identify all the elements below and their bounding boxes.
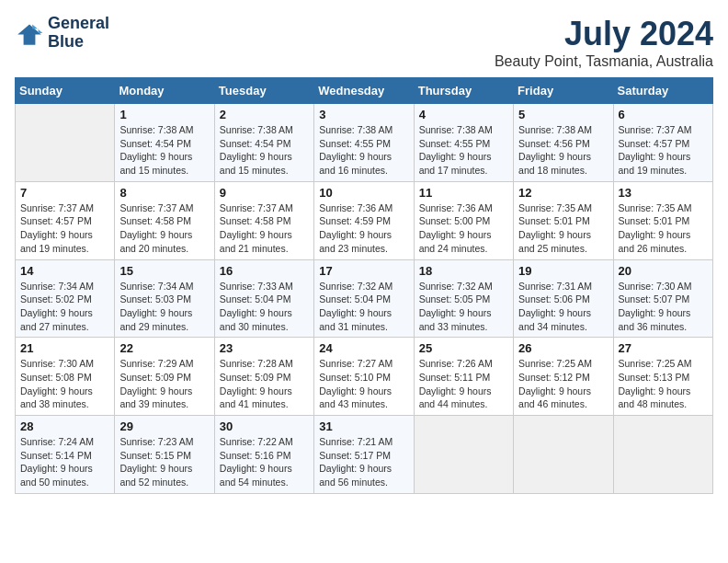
calendar-cell: 12Sunrise: 7:35 AM Sunset: 5:01 PM Dayli… bbox=[514, 181, 613, 259]
calendar-cell: 20Sunrise: 7:30 AM Sunset: 5:07 PM Dayli… bbox=[613, 259, 712, 338]
day-detail: Sunrise: 7:30 AM Sunset: 5:08 PM Dayligh… bbox=[20, 357, 109, 411]
day-detail: Sunrise: 7:34 AM Sunset: 5:02 PM Dayligh… bbox=[20, 280, 109, 334]
day-detail: Sunrise: 7:35 AM Sunset: 5:01 PM Dayligh… bbox=[619, 201, 708, 256]
logo-icon bbox=[15, 18, 44, 48]
day-detail: Sunrise: 7:38 AM Sunset: 4:55 PM Dayligh… bbox=[319, 123, 408, 178]
week-row-2: 7Sunrise: 7:37 AM Sunset: 4:57 PM Daylig… bbox=[16, 181, 713, 259]
day-detail: Sunrise: 7:38 AM Sunset: 4:56 PM Dayligh… bbox=[518, 123, 608, 178]
calendar-cell: 2Sunrise: 7:38 AM Sunset: 4:54 PM Daylig… bbox=[214, 104, 313, 182]
header-tuesday: Tuesday bbox=[214, 78, 313, 104]
calendar-cell: 1Sunrise: 7:38 AM Sunset: 4:54 PM Daylig… bbox=[115, 104, 214, 182]
calendar-cell: 21Sunrise: 7:30 AM Sunset: 5:08 PM Dayli… bbox=[16, 338, 115, 416]
page-subtitle: Beauty Point, Tasmania, Australia bbox=[495, 53, 713, 70]
calendar-cell: 24Sunrise: 7:27 AM Sunset: 5:10 PM Dayli… bbox=[314, 338, 414, 416]
day-number: 4 bbox=[419, 108, 508, 121]
calendar-cell: 27Sunrise: 7:25 AM Sunset: 5:13 PM Dayli… bbox=[613, 338, 712, 416]
day-detail: Sunrise: 7:37 AM Sunset: 4:57 PM Dayligh… bbox=[20, 201, 109, 256]
day-detail: Sunrise: 7:24 AM Sunset: 5:14 PM Dayligh… bbox=[20, 435, 109, 489]
calendar-cell: 3Sunrise: 7:38 AM Sunset: 4:55 PM Daylig… bbox=[314, 104, 414, 182]
calendar-cell: 15Sunrise: 7:34 AM Sunset: 5:03 PM Dayli… bbox=[115, 259, 214, 338]
day-number: 18 bbox=[419, 264, 508, 278]
day-number: 1 bbox=[119, 108, 209, 121]
header-monday: Monday bbox=[115, 78, 214, 104]
calendar-cell: 29Sunrise: 7:23 AM Sunset: 5:15 PM Dayli… bbox=[115, 416, 214, 494]
calendar-cell: 30Sunrise: 7:22 AM Sunset: 5:16 PM Dayli… bbox=[214, 416, 313, 494]
header-wednesday: Wednesday bbox=[314, 78, 414, 104]
day-number: 11 bbox=[419, 186, 508, 200]
calendar-cell bbox=[414, 416, 513, 494]
day-detail: Sunrise: 7:32 AM Sunset: 5:04 PM Dayligh… bbox=[319, 280, 408, 334]
day-detail: Sunrise: 7:37 AM Sunset: 4:58 PM Dayligh… bbox=[220, 201, 309, 256]
day-number: 26 bbox=[518, 341, 608, 355]
week-row-1: 1Sunrise: 7:38 AM Sunset: 4:54 PM Daylig… bbox=[16, 104, 713, 182]
calendar-table: SundayMondayTuesdayWednesdayThursdayFrid… bbox=[15, 77, 713, 494]
day-number: 27 bbox=[619, 341, 708, 355]
day-number: 2 bbox=[220, 108, 309, 121]
header-saturday: Saturday bbox=[613, 78, 712, 104]
calendar-body: 1Sunrise: 7:38 AM Sunset: 4:54 PM Daylig… bbox=[16, 104, 713, 494]
day-detail: Sunrise: 7:30 AM Sunset: 5:07 PM Dayligh… bbox=[619, 280, 708, 334]
day-detail: Sunrise: 7:27 AM Sunset: 5:10 PM Dayligh… bbox=[319, 357, 408, 411]
day-number: 14 bbox=[20, 264, 109, 278]
title-section: July 2024 Beauty Point, Tasmania, Austra… bbox=[495, 15, 713, 70]
logo-text: General Blue bbox=[48, 15, 109, 52]
week-row-4: 21Sunrise: 7:30 AM Sunset: 5:08 PM Dayli… bbox=[16, 338, 713, 416]
day-number: 20 bbox=[619, 264, 708, 278]
calendar-cell: 16Sunrise: 7:33 AM Sunset: 5:04 PM Dayli… bbox=[214, 259, 313, 338]
calendar-cell: 18Sunrise: 7:32 AM Sunset: 5:05 PM Dayli… bbox=[414, 259, 513, 338]
day-number: 15 bbox=[119, 264, 209, 278]
day-detail: Sunrise: 7:25 AM Sunset: 5:12 PM Dayligh… bbox=[518, 357, 608, 411]
header-friday: Friday bbox=[514, 78, 613, 104]
calendar-cell: 10Sunrise: 7:36 AM Sunset: 4:59 PM Dayli… bbox=[314, 181, 414, 259]
calendar-cell: 11Sunrise: 7:36 AM Sunset: 5:00 PM Dayli… bbox=[414, 181, 513, 259]
calendar-cell: 19Sunrise: 7:31 AM Sunset: 5:06 PM Dayli… bbox=[514, 259, 613, 338]
day-detail: Sunrise: 7:26 AM Sunset: 5:11 PM Dayligh… bbox=[419, 357, 508, 411]
day-number: 16 bbox=[220, 264, 309, 278]
calendar-cell: 28Sunrise: 7:24 AM Sunset: 5:14 PM Dayli… bbox=[16, 416, 115, 494]
calendar-cell: 22Sunrise: 7:29 AM Sunset: 5:09 PM Dayli… bbox=[115, 338, 214, 416]
calendar-cell bbox=[613, 416, 712, 494]
logo: General Blue bbox=[15, 15, 109, 52]
calendar-cell: 7Sunrise: 7:37 AM Sunset: 4:57 PM Daylig… bbox=[16, 181, 115, 259]
calendar-cell: 14Sunrise: 7:34 AM Sunset: 5:02 PM Dayli… bbox=[16, 259, 115, 338]
day-number: 10 bbox=[319, 186, 408, 200]
calendar-cell bbox=[514, 416, 613, 494]
calendar-cell: 17Sunrise: 7:32 AM Sunset: 5:04 PM Dayli… bbox=[314, 259, 414, 338]
calendar-cell: 13Sunrise: 7:35 AM Sunset: 5:01 PM Dayli… bbox=[613, 181, 712, 259]
header-thursday: Thursday bbox=[414, 78, 513, 104]
calendar-header: SundayMondayTuesdayWednesdayThursdayFrid… bbox=[16, 78, 713, 104]
day-number: 30 bbox=[220, 419, 309, 433]
day-number: 22 bbox=[119, 341, 209, 355]
calendar-cell: 26Sunrise: 7:25 AM Sunset: 5:12 PM Dayli… bbox=[514, 338, 613, 416]
day-number: 3 bbox=[319, 108, 408, 121]
day-number: 24 bbox=[319, 341, 408, 355]
day-detail: Sunrise: 7:21 AM Sunset: 5:17 PM Dayligh… bbox=[319, 435, 408, 489]
day-detail: Sunrise: 7:38 AM Sunset: 4:54 PM Dayligh… bbox=[119, 123, 209, 178]
day-detail: Sunrise: 7:31 AM Sunset: 5:06 PM Dayligh… bbox=[518, 280, 608, 334]
page-title: July 2024 bbox=[495, 15, 713, 53]
day-detail: Sunrise: 7:35 AM Sunset: 5:01 PM Dayligh… bbox=[518, 201, 608, 256]
day-number: 13 bbox=[619, 186, 708, 200]
day-number: 25 bbox=[419, 341, 508, 355]
day-detail: Sunrise: 7:37 AM Sunset: 4:57 PM Dayligh… bbox=[619, 123, 708, 178]
day-detail: Sunrise: 7:33 AM Sunset: 5:04 PM Dayligh… bbox=[220, 280, 309, 334]
page-header: General Blue July 2024 Beauty Point, Tas… bbox=[15, 15, 713, 70]
day-detail: Sunrise: 7:37 AM Sunset: 4:58 PM Dayligh… bbox=[119, 201, 209, 256]
day-detail: Sunrise: 7:23 AM Sunset: 5:15 PM Dayligh… bbox=[119, 435, 209, 489]
calendar-cell: 23Sunrise: 7:28 AM Sunset: 5:09 PM Dayli… bbox=[214, 338, 313, 416]
calendar-cell: 25Sunrise: 7:26 AM Sunset: 5:11 PM Dayli… bbox=[414, 338, 513, 416]
week-row-3: 14Sunrise: 7:34 AM Sunset: 5:02 PM Dayli… bbox=[16, 259, 713, 338]
day-number: 23 bbox=[220, 341, 309, 355]
calendar-cell: 8Sunrise: 7:37 AM Sunset: 4:58 PM Daylig… bbox=[115, 181, 214, 259]
calendar-cell: 6Sunrise: 7:37 AM Sunset: 4:57 PM Daylig… bbox=[613, 104, 712, 182]
calendar-cell: 31Sunrise: 7:21 AM Sunset: 5:17 PM Dayli… bbox=[314, 416, 414, 494]
day-number: 21 bbox=[20, 341, 109, 355]
day-number: 29 bbox=[119, 419, 209, 433]
day-detail: Sunrise: 7:29 AM Sunset: 5:09 PM Dayligh… bbox=[119, 357, 209, 411]
day-detail: Sunrise: 7:38 AM Sunset: 4:54 PM Dayligh… bbox=[220, 123, 309, 178]
day-detail: Sunrise: 7:25 AM Sunset: 5:13 PM Dayligh… bbox=[619, 357, 708, 411]
day-detail: Sunrise: 7:36 AM Sunset: 4:59 PM Dayligh… bbox=[319, 201, 408, 256]
day-detail: Sunrise: 7:32 AM Sunset: 5:05 PM Dayligh… bbox=[419, 280, 508, 334]
calendar-cell bbox=[16, 104, 115, 182]
day-number: 17 bbox=[319, 264, 408, 278]
